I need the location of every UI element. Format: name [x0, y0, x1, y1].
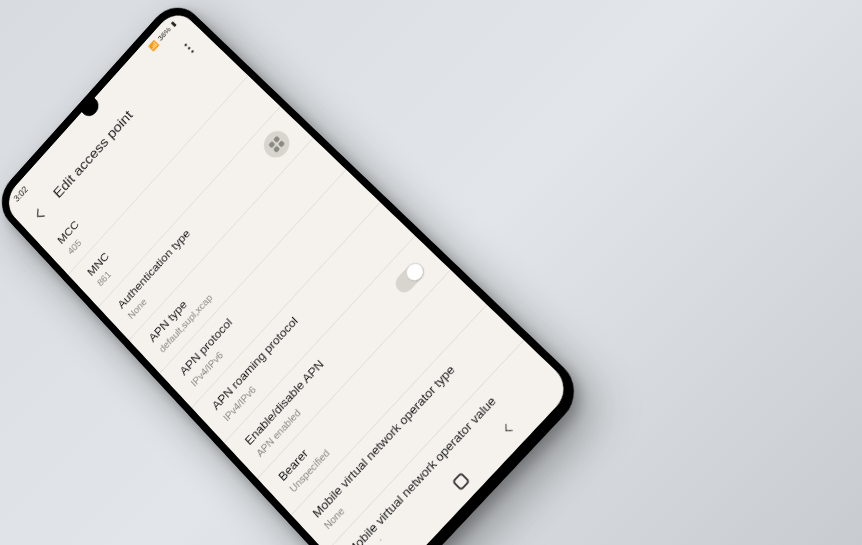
apn-enable-toggle[interactable]	[392, 259, 428, 296]
svg-point-2	[191, 50, 195, 54]
svg-point-1	[187, 46, 191, 50]
screen: 3:02 📶 36% ▮ Edit access point MCC	[1, 7, 574, 545]
more-vertical-icon	[183, 43, 194, 54]
grid-icon	[268, 135, 285, 152]
back-arrow-icon	[30, 203, 50, 225]
category-badge	[258, 125, 294, 162]
chevron-left-icon	[499, 419, 518, 438]
phone-frame: 3:02 📶 36% ▮ Edit access point MCC	[0, 0, 588, 545]
nav-recent-button[interactable]	[405, 527, 418, 541]
nav-home-button[interactable]	[452, 472, 471, 491]
signal-icon: 📶	[148, 40, 160, 53]
nav-back-button[interactable]	[499, 419, 521, 441]
battery-icon: ▮	[169, 19, 177, 28]
svg-point-0	[184, 43, 188, 47]
